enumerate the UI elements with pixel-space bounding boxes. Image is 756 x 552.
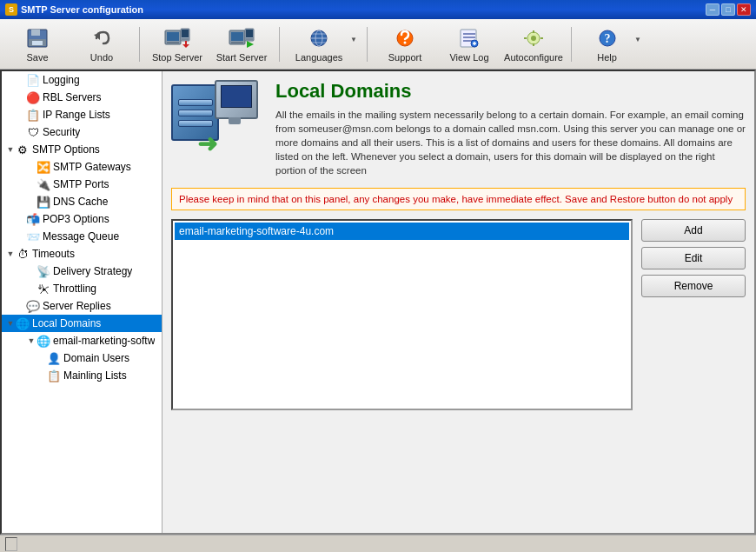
svg-rect-18 <box>246 38 253 40</box>
sidebar-item-rbl-servers[interactable]: 🔴 RBL Servers <box>2 89 162 106</box>
sidebar-item-mailing-lists[interactable]: 📋 Mainling Lists <box>2 367 162 384</box>
sidebar-item-smtp-ports[interactable]: 🔌 SMTP Ports <box>2 176 162 193</box>
maximize-button[interactable]: □ <box>721 3 735 16</box>
window-controls: ─ □ ✕ <box>706 3 751 16</box>
support-label: Support <box>388 52 422 63</box>
svg-rect-1 <box>31 30 40 36</box>
view-log-button[interactable]: View Log <box>439 23 500 66</box>
support-icon <box>391 26 419 50</box>
svg-rect-17 <box>246 30 253 37</box>
smtp-ports-icon: 🔌 <box>36 177 50 191</box>
support-button[interactable]: Support <box>375 23 435 66</box>
sidebar-item-pop3[interactable]: 📬 POP3 Options <box>2 210 162 228</box>
sidebar-label-delivery-strategy: Delivery Strategy <box>53 265 132 277</box>
start-server-button[interactable]: Start Server <box>211 23 272 66</box>
sidebar-item-throttling[interactable]: ⏧ Throttling <box>2 280 162 297</box>
smtp-gateways-icon: 🔀 <box>36 160 50 174</box>
svg-marker-11 <box>182 44 189 48</box>
sidebar-label-rbl: RBL Servers <box>43 91 102 103</box>
domain-entry[interactable]: email-marketing-software-4u.com <box>175 223 629 240</box>
undo-button[interactable]: Undo <box>71 23 132 66</box>
sidebar-item-smtp-options[interactable]: ▼ ⚙ SMTP Options <box>2 141 162 158</box>
svg-rect-15 <box>231 42 243 43</box>
sidebar-item-server-replies[interactable]: 💬 Server Replies <box>2 297 162 315</box>
help-icon: ? <box>594 26 621 50</box>
window-title: SMTP Server configuration <box>21 4 706 15</box>
save-icon <box>23 26 51 50</box>
domain-listbox[interactable]: email-marketing-software-4u.com <box>171 219 633 410</box>
server-replies-icon: 💬 <box>26 299 40 313</box>
sidebar-item-smtp-gateways[interactable]: 🔀 SMTP Gateways <box>2 158 162 176</box>
sidebar-item-ip-range[interactable]: 📋 IP Range Lists <box>2 106 162 123</box>
sidebar-label-email-marketing: email-marketing-softw <box>53 335 155 347</box>
languages-arrow[interactable]: ▼ <box>350 36 357 43</box>
svg-rect-36 <box>533 30 534 33</box>
dns-cache-icon: 💾 <box>36 195 50 209</box>
app-icon: S <box>5 3 17 16</box>
stop-server-button[interactable]: Stop Server <box>147 23 208 66</box>
languages-icon <box>305 26 333 50</box>
sidebar-label-pop3: POP3 Options <box>43 213 109 225</box>
timeouts-icon: ⏱ <box>16 247 30 261</box>
sidebar-label-smtp-options: SMTP Options <box>32 143 100 156</box>
separator-4 <box>571 27 572 62</box>
sidebar-label-throttling: Throttling <box>53 283 96 295</box>
local-domains-icon: 🌐 <box>16 316 30 330</box>
sidebar-label-logging: Logging <box>43 74 80 86</box>
help-arrow[interactable]: ▼ <box>634 36 641 43</box>
svg-rect-6 <box>167 32 179 41</box>
undo-label: Undo <box>90 52 113 63</box>
minimize-button[interactable]: ─ <box>706 3 720 16</box>
svg-rect-3 <box>32 41 43 45</box>
content-area: ➜ Local Domains All the emails in the ma… <box>162 71 754 533</box>
sidebar-item-dns-cache[interactable]: 💾 DNS Cache <box>2 193 162 210</box>
sidebar-label-timeouts: Timeouts <box>32 248 75 260</box>
page-header-text: Local Domains All the emails in the mail… <box>275 80 746 177</box>
separator-2 <box>279 27 280 62</box>
close-button[interactable]: ✕ <box>737 3 751 16</box>
security-icon: 🛡 <box>26 125 40 139</box>
help-label: Help <box>597 52 617 63</box>
pop3-icon: 📬 <box>26 212 40 226</box>
help-button[interactable]: ? Help ▼ <box>579 23 644 66</box>
ip-range-icon: 📋 <box>26 108 40 122</box>
sidebar-item-email-marketing[interactable]: ▼ 🌐 email-marketing-softw <box>2 332 162 349</box>
logging-icon: 📄 <box>26 73 40 87</box>
sidebar-item-logging[interactable]: 📄 Logging <box>2 71 162 89</box>
sidebar-label-smtp-ports: SMTP Ports <box>53 178 109 190</box>
sidebar-item-delivery-strategy[interactable]: 📡 Delivery Strategy <box>2 263 162 280</box>
svg-rect-37 <box>533 43 534 46</box>
sidebar-item-local-domains[interactable]: ▼ 🌐 Local Domains <box>2 315 162 332</box>
sidebar-item-timeouts[interactable]: ▼ ⏱ Timeouts <box>2 245 162 263</box>
add-button[interactable]: Add <box>641 219 746 242</box>
page-header: ➜ Local Domains All the emails in the ma… <box>171 80 746 177</box>
title-bar: S SMTP Server configuration ─ □ ✕ <box>0 0 756 19</box>
sidebar: 📄 Logging 🔴 RBL Servers 📋 IP Range Lists… <box>2 71 162 533</box>
server-composite-icon: ➜ <box>171 80 258 158</box>
sidebar-item-domain-users[interactable]: 👤 Domain Users <box>2 349 162 367</box>
sidebar-label-message-queue: Message Queue <box>43 230 119 243</box>
sidebar-label-local-domains: Local Domains <box>32 317 101 329</box>
delivery-strategy-icon: 📡 <box>36 264 50 278</box>
autoconfigure-icon <box>520 26 547 50</box>
svg-rect-39 <box>540 37 543 39</box>
message-queue-icon: 📨 <box>26 229 40 243</box>
warning-text: Please keep in mind that on this panel, … <box>179 194 733 204</box>
autoconfigure-button[interactable]: Autoconfigure <box>503 23 564 66</box>
start-server-icon <box>228 26 255 50</box>
domain-users-icon: 👤 <box>47 351 61 365</box>
status-bar <box>0 535 756 552</box>
sidebar-item-message-queue[interactable]: 📨 Message Queue <box>2 228 162 245</box>
rbl-icon: 🔴 <box>26 90 40 104</box>
edit-button[interactable]: Edit <box>641 247 746 269</box>
sidebar-item-security[interactable]: 🛡 Security <box>2 123 162 141</box>
arrow-icon: ➜ <box>197 130 217 158</box>
action-buttons: Add Edit Remove <box>641 219 746 410</box>
stop-server-icon <box>163 26 191 50</box>
save-button[interactable]: Save <box>7 23 68 66</box>
remove-button[interactable]: Remove <box>641 275 746 297</box>
toolbar: Save Undo Stop Server <box>0 19 756 70</box>
languages-button[interactable]: Languages ▼ <box>287 23 360 66</box>
throttling-icon: ⏧ <box>36 282 50 296</box>
sidebar-label-dns-cache: DNS Cache <box>53 196 108 208</box>
